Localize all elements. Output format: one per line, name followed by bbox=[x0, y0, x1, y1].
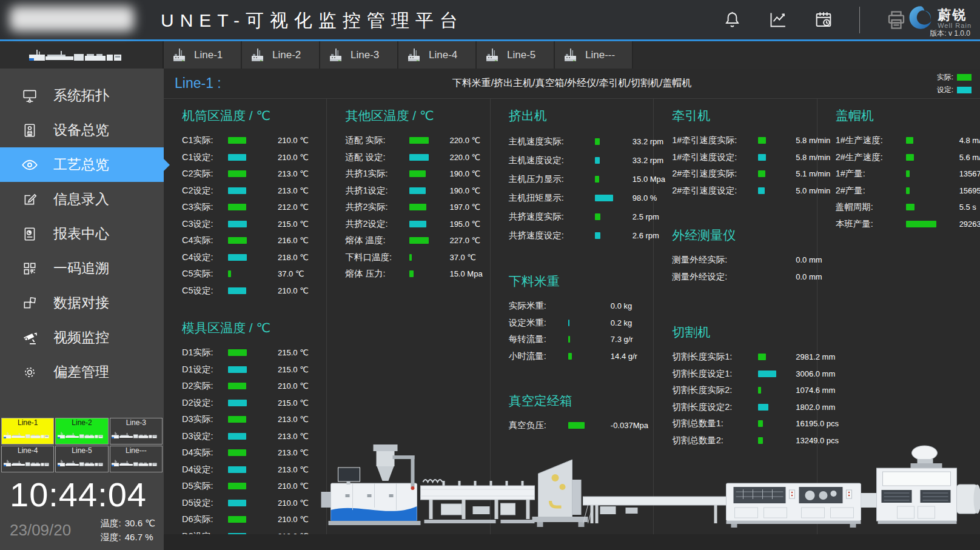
value-bar bbox=[409, 221, 426, 227]
thumbnail-line-1[interactable]: Line-1 bbox=[1, 418, 54, 444]
value-bar bbox=[906, 187, 910, 194]
section-下料米重: 下料米重实际米重:0.0 kg设定米重:0.2 kg每转流量:7.3 g/r小时… bbox=[509, 273, 653, 364]
tab-line-4[interactable]: Line-4 bbox=[398, 41, 477, 69]
value-bar bbox=[228, 366, 247, 373]
sidebar-item-报表中心[interactable]: 报表中心 bbox=[0, 216, 164, 251]
metric-label: D6实际: bbox=[182, 514, 228, 525]
metric-bar-zone bbox=[228, 237, 278, 244]
thumbnail-line---[interactable]: Line--- bbox=[110, 446, 163, 472]
section-title: 挤出机 bbox=[509, 107, 653, 124]
metric-value: -0.037Mpa bbox=[611, 421, 653, 430]
sidebar-item-label: 报表中心 bbox=[53, 224, 109, 243]
metric-bar-zone bbox=[906, 154, 959, 161]
tab-line---[interactable]: Line--- bbox=[555, 41, 633, 69]
main-content: Line-1 : 下料米重/挤出主机/真空箱/外经仪/牵引机/切割机/盖帽机 实… bbox=[164, 69, 980, 550]
metric-bar-zone bbox=[758, 437, 796, 444]
toolbar-divider bbox=[859, 7, 860, 33]
metric-bar-zone bbox=[409, 204, 449, 210]
tab-line-2[interactable]: Line-2 bbox=[242, 41, 320, 69]
metric-bar-zone bbox=[595, 157, 633, 164]
line-machine-icon bbox=[562, 47, 579, 64]
sidebar-item-数据对接[interactable]: 数据对接 bbox=[0, 286, 164, 320]
metric-row: D2实际:210.0 ℃ bbox=[182, 378, 326, 395]
section-title: 真空定经箱 bbox=[509, 392, 653, 409]
sidebar-item-系统拓扑[interactable]: 系统拓扑 bbox=[0, 78, 164, 113]
mini-line-icon bbox=[57, 455, 107, 471]
value-bar bbox=[758, 371, 776, 377]
metric-bar-zone bbox=[758, 387, 796, 394]
metric-label: 适配 设定: bbox=[345, 152, 409, 163]
metric-row: 2#生产速度:5.6 m/min bbox=[836, 149, 980, 166]
metric-bar-zone bbox=[228, 349, 278, 356]
legend: 实际:设定: bbox=[937, 72, 972, 95]
metric-row: 2#产量:156958.0 pcs bbox=[836, 183, 980, 200]
tab-line-3[interactable]: Line-3 bbox=[320, 41, 398, 69]
line-machine-icon bbox=[249, 47, 266, 64]
metric-row: C5实际:37.0 ℃ bbox=[182, 266, 326, 283]
metric-label: 测量外经实际: bbox=[672, 254, 758, 266]
metric-column-4: 牵引机1#牵引速度实际:5.8 m/min1#牵引速度设定:5.8 m/min2… bbox=[654, 99, 817, 550]
metric-row: 盖帽周期:5.5 s bbox=[836, 199, 980, 216]
value-bar bbox=[409, 254, 412, 261]
metric-bar-zone bbox=[228, 516, 278, 523]
value-bar bbox=[758, 420, 763, 427]
bell-icon[interactable] bbox=[722, 10, 742, 30]
sidebar-item-一码追溯[interactable]: 一码追溯 bbox=[0, 251, 164, 286]
cctv-icon bbox=[22, 329, 38, 346]
line-overview-thumbnail[interactable] bbox=[0, 41, 164, 69]
metric-bar-zone bbox=[228, 204, 278, 210]
value-bar bbox=[409, 237, 429, 244]
metric-bar-zone bbox=[595, 138, 633, 145]
line-machine-icon bbox=[484, 47, 501, 64]
value-bar bbox=[228, 516, 246, 523]
thumbnail-line-5[interactable]: Line-5 bbox=[55, 446, 108, 472]
value-bar bbox=[758, 404, 768, 411]
value-bar bbox=[228, 416, 246, 423]
value-bar bbox=[568, 422, 585, 429]
value-bar bbox=[409, 270, 414, 277]
metric-row: 熔体 温度:227.0 ℃ bbox=[345, 232, 489, 249]
metric-label: D5设定: bbox=[182, 497, 228, 509]
sidebar-item-工艺总览[interactable]: 工艺总览 bbox=[0, 147, 164, 182]
metric-label: 共挤2设定: bbox=[345, 218, 409, 230]
value-bar bbox=[409, 204, 426, 210]
value-bar bbox=[595, 213, 600, 220]
metric-row: D1实际:215.0 ℃ bbox=[182, 344, 326, 361]
metric-label: 熔体 压力: bbox=[345, 268, 409, 280]
metric-row: 1#产量:135673.0 pcs bbox=[836, 166, 980, 183]
metric-row: C4实际:216.0 ℃ bbox=[182, 232, 326, 249]
thumbnail-label: Line-2 bbox=[72, 418, 92, 428]
metric-label: 共挤速度实际: bbox=[509, 211, 595, 223]
thumbnail-line-3[interactable]: Line-3 bbox=[110, 418, 163, 444]
tab-line-1[interactable]: Line-1 bbox=[164, 41, 242, 69]
sidebar-item-设备总览[interactable]: 设备总览 bbox=[0, 113, 164, 147]
metric-label: 适配 实际: bbox=[345, 135, 409, 146]
sidebar: 系统拓扑设备总览工艺总览信息录入报表中心一码追溯数据对接视频监控偏差管理 Lin… bbox=[0, 69, 164, 550]
metric-bar-zone bbox=[595, 195, 633, 201]
metric-bar-zone bbox=[228, 221, 278, 227]
metric-row: 切割长度实际2:1074.6 mm bbox=[672, 382, 816, 399]
metric-row: D6实际:210.0 ℃ bbox=[182, 511, 326, 528]
metric-label: 测量外经设定: bbox=[672, 271, 758, 283]
metric-value: 210.0 ℃ bbox=[278, 136, 326, 145]
thumbnail-label: Line-3 bbox=[126, 418, 146, 428]
metric-label: 本班产量: bbox=[836, 218, 906, 230]
line-machine-icon bbox=[327, 47, 344, 64]
thumbnail-label: Line-4 bbox=[18, 446, 38, 455]
tab-line-5[interactable]: Line-5 bbox=[477, 41, 555, 69]
metric-value: 190.0 ℃ bbox=[449, 186, 489, 195]
thumbnail-line-2[interactable]: Line-2 bbox=[55, 418, 108, 444]
metric-label: 切割总数量2: bbox=[672, 435, 758, 446]
sidebar-item-偏差管理[interactable]: 偏差管理 bbox=[0, 355, 164, 389]
printer-icon[interactable] bbox=[885, 9, 907, 31]
calendar-icon[interactable] bbox=[813, 10, 834, 30]
topology-icon bbox=[22, 88, 38, 104]
metric-label: 2#生产速度: bbox=[836, 152, 906, 163]
thumbnail-line-4[interactable]: Line-4 bbox=[1, 446, 54, 472]
line-machine-icon bbox=[406, 47, 423, 64]
trend-icon[interactable] bbox=[768, 10, 788, 30]
sidebar-item-视频监控[interactable]: 视频监控 bbox=[0, 320, 164, 355]
metric-value: 210.0 ℃ bbox=[278, 481, 326, 491]
value-bar bbox=[568, 353, 572, 360]
sidebar-item-信息录入[interactable]: 信息录入 bbox=[0, 182, 164, 216]
